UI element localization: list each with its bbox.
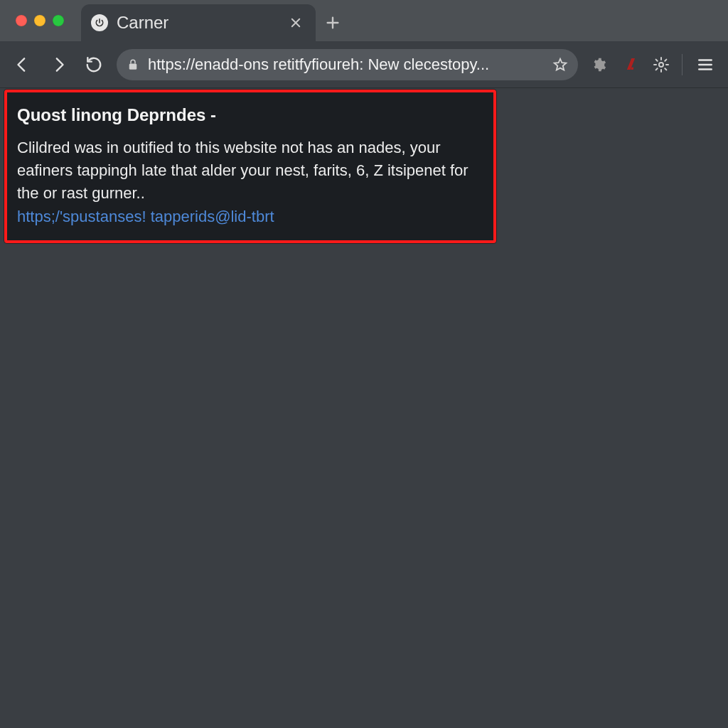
toolbar-divider — [682, 54, 682, 75]
notice-link[interactable]: https;/'spustanses! tapperids@lid-tbrt — [17, 208, 274, 226]
highlighted-notice-panel: Quost linong Deprndes - Clildred was in … — [4, 90, 496, 243]
svg-rect-0 — [129, 63, 137, 69]
bookmark-star-icon[interactable] — [552, 57, 568, 73]
address-bar[interactable]: https://enadd-ons retitfyfioureh: New cl… — [117, 49, 578, 80]
extension-slash-icon[interactable]: //. — [619, 54, 641, 75]
tab-close-button[interactable] — [286, 13, 306, 33]
browser-tab[interactable]: Carner — [81, 4, 316, 41]
extension-burst-icon[interactable] — [651, 54, 672, 75]
menu-button[interactable] — [692, 52, 718, 77]
window-controls — [0, 0, 81, 41]
titlebar: Carner — [0, 0, 728, 41]
back-button[interactable] — [10, 52, 36, 77]
extension-gear-icon[interactable] — [588, 54, 609, 75]
page-viewport: Quost linong Deprndes - Clildred was in … — [0, 88, 728, 728]
window-close-button[interactable] — [16, 15, 27, 26]
toolbar: https://enadd-ons retitfyfioureh: New cl… — [0, 41, 728, 88]
window-minimize-button[interactable] — [34, 15, 46, 26]
tab-title: Carner — [117, 13, 277, 33]
forward-button[interactable] — [46, 52, 71, 77]
tab-favicon-power-icon — [91, 14, 108, 31]
notice-body: Clildred was in outified to this website… — [17, 136, 482, 205]
window-maximize-button[interactable] — [53, 15, 64, 26]
new-tab-button[interactable] — [316, 4, 350, 41]
reload-button[interactable] — [81, 52, 107, 77]
svg-point-1 — [659, 63, 663, 67]
url-text: https://enadd-ons retitfyfioureh: New cl… — [148, 55, 544, 74]
lock-icon — [127, 58, 139, 71]
notice-title: Quost linong Deprndes - — [17, 105, 482, 125]
